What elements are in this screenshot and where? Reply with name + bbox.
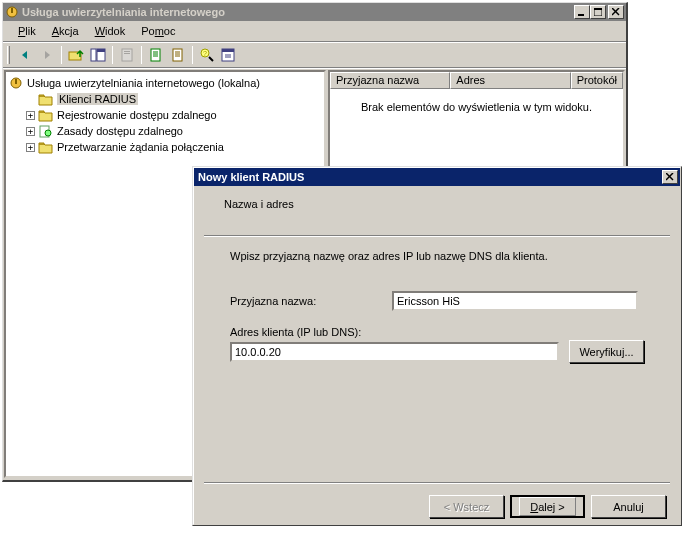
toolbar: ? [3,42,626,68]
tree-toggle [26,95,35,104]
tree-item-logging[interactable]: + Rejestrowanie dostępu zdalnego [8,107,322,123]
svg-rect-14 [151,49,160,61]
tree-item-label: Rejestrowanie dostępu zdalnego [57,109,217,121]
dialog-window: Nowy klient RADIUS Nazwa i adres Wpisz p… [192,166,682,526]
menu-file[interactable]: Plik [11,23,43,39]
menu-action[interactable]: Akcja [45,23,86,39]
verify-button[interactable]: Weryfikuj... [569,340,644,363]
menu-help[interactable]: Pomoc [134,23,182,39]
dialog-body: Nazwa i adres Wpisz przyjazną nazwę oraz… [194,192,680,530]
address-label: Adres klienta (IP lub DNS): [230,326,644,338]
export-list-button[interactable] [167,44,189,66]
svg-rect-11 [122,49,132,61]
column-protocol[interactable]: Protokół [571,72,623,89]
toolbar-grip [7,46,10,64]
dialog-titlebar: Nowy klient RADIUS [194,168,680,186]
svg-rect-12 [124,51,130,52]
main-window-title: Usługa uwierzytelniania internetowego [22,6,574,18]
friendly-name-input[interactable] [392,291,638,311]
svg-rect-10 [97,49,105,52]
svg-rect-4 [594,8,602,10]
menubar: Plik Akcja Widok Pomoc [3,21,626,42]
dialog-divider [204,482,670,484]
app-icon [5,5,19,19]
new-button[interactable] [218,44,240,66]
dialog-section-title: Nazwa i adres [224,198,294,210]
svg-rect-15 [173,49,182,61]
address-input[interactable] [230,342,559,362]
tree-item-label: Klienci RADIUS [57,93,138,105]
svg-text:?: ? [203,50,207,57]
svg-rect-1 [11,8,13,13]
back-button: < Wstecz [429,495,504,518]
up-button[interactable] [65,44,87,66]
folder-icon [38,108,54,122]
column-friendly-name[interactable]: Przyjazna nazwa [330,72,450,89]
properties-button[interactable] [116,44,138,66]
refresh-button[interactable] [145,44,167,66]
list-header: Przyjazna nazwa Adres Protokół [330,72,623,89]
friendly-name-label: Przyjazna nazwa: [230,295,392,307]
tree-root-label: Usługa uwierzytelniania internetowego (l… [27,77,260,89]
minimize-button[interactable] [574,5,590,19]
show-hide-tree-button[interactable] [87,44,109,66]
tree-root[interactable]: Usługa uwierzytelniania internetowego (l… [8,75,322,91]
dialog-instruction: Wpisz przyjazną nazwę oraz adres IP lub … [230,250,644,262]
next-button[interactable]: Dalej > [510,495,585,518]
svg-rect-8 [91,49,96,61]
svg-rect-19 [222,49,234,52]
maximize-button[interactable] [590,5,606,19]
svg-rect-13 [124,53,130,54]
tree-toggle[interactable]: + [26,143,35,152]
tree-toggle[interactable]: + [26,111,35,120]
svg-rect-7 [69,52,81,60]
column-address[interactable]: Adres [450,72,570,89]
service-icon [8,76,24,90]
main-titlebar: Usługa uwierzytelniania internetowego [3,3,626,21]
close-button[interactable] [608,5,624,19]
dialog-header: Nazwa i adres [204,192,670,236]
dialog-title: Nowy klient RADIUS [196,171,662,183]
dialog-close-button[interactable] [662,170,678,184]
cancel-button[interactable]: Anuluj [591,495,666,518]
tree-toggle[interactable]: + [26,127,35,136]
tree-item-label: Przetwarzanie żądania połączenia [57,141,224,153]
svg-rect-21 [15,79,17,84]
tree-item-label: Zasady dostępu zdalnego [57,125,183,137]
menu-view[interactable]: Widok [88,23,133,39]
help-button[interactable]: ? [196,44,218,66]
back-button[interactable] [14,44,36,66]
svg-point-23 [45,130,51,136]
svg-rect-2 [578,14,584,16]
policy-icon [38,124,54,138]
tree-item-policies[interactable]: + Zasady dostępu zdalnego [8,123,322,139]
forward-button[interactable] [36,44,58,66]
tree-item-request[interactable]: + Przetwarzanie żądania połączenia [8,139,322,155]
tree-item-clients[interactable]: Klienci RADIUS [8,91,322,107]
folder-icon [38,92,54,106]
folder-icon [38,140,54,154]
